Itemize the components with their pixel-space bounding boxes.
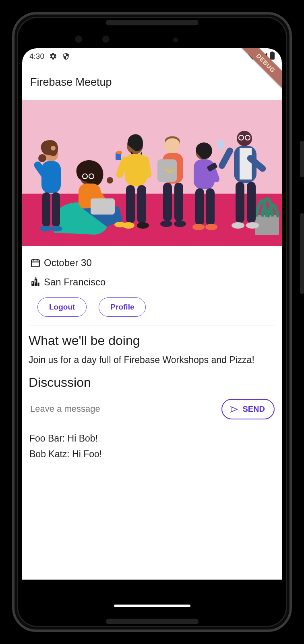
svg-rect-9 — [52, 192, 60, 227]
status-time: 4:30 — [29, 52, 44, 61]
svg-rect-25 — [116, 151, 122, 154]
svg-point-55 — [232, 222, 244, 229]
svg-point-4 — [38, 154, 46, 162]
volume-button — [300, 213, 304, 294]
messages-list: Foo Bar: Hi Bob! Bob Katz: Hi Foo! — [27, 423, 277, 470]
camera-icon — [100, 33, 112, 45]
about-heading: What we'll be doing — [27, 333, 277, 354]
message-compose-row: SEND — [27, 396, 277, 423]
screen: 4:30 DEBUG — [22, 48, 282, 580]
app-title: Firebase Meetup — [30, 76, 112, 89]
power-button — [300, 141, 304, 177]
send-button[interactable]: SEND — [221, 399, 275, 419]
svg-rect-49 — [240, 148, 252, 180]
gear-icon — [49, 52, 57, 60]
svg-rect-53 — [236, 182, 244, 223]
speaker-top — [106, 20, 199, 25]
message-item: Foo Bar: Hi Bob! — [29, 431, 275, 446]
event-location: San Francisco — [44, 277, 105, 288]
svg-rect-1 — [271, 52, 273, 53]
discussion-heading: Discussion — [27, 375, 277, 396]
event-location-row: San Francisco — [27, 272, 277, 292]
svg-rect-8 — [42, 192, 50, 227]
shield-icon — [62, 52, 70, 60]
svg-point-7 — [51, 146, 56, 151]
svg-rect-33 — [163, 183, 172, 221]
event-date: October 30 — [44, 257, 92, 268]
event-info: October 30 San Francisco Logout Profile … — [22, 246, 282, 470]
home-indicator[interactable] — [114, 605, 190, 607]
svg-rect-63 — [37, 283, 39, 286]
svg-point-17 — [107, 177, 113, 184]
svg-rect-18 — [91, 198, 115, 215]
calendar-icon — [27, 258, 44, 268]
profile-button[interactable]: Profile — [99, 297, 146, 317]
svg-point-44 — [205, 224, 217, 230]
svg-rect-57 — [31, 260, 39, 266]
svg-rect-34 — [174, 183, 183, 221]
divider — [29, 326, 275, 326]
send-label: SEND — [242, 405, 265, 414]
speaker-bottom — [106, 619, 199, 624]
event-date-row: October 30 — [27, 253, 277, 272]
svg-rect-65 — [32, 282, 33, 283]
hero-image — [22, 100, 282, 246]
svg-rect-69 — [35, 283, 36, 283]
svg-rect-68 — [35, 281, 36, 282]
svg-point-29 — [137, 222, 149, 229]
svg-point-56 — [246, 222, 259, 229]
svg-point-35 — [160, 221, 172, 227]
message-input[interactable] — [29, 398, 214, 420]
about-body: Join us for a day full of Firebase Works… — [27, 354, 277, 375]
city-icon — [27, 277, 44, 287]
svg-rect-27 — [137, 185, 146, 223]
app-bar: Firebase Meetup — [22, 64, 282, 100]
svg-rect-0 — [270, 52, 275, 60]
svg-rect-50 — [217, 147, 234, 170]
send-icon — [230, 405, 238, 414]
svg-rect-42 — [206, 188, 215, 225]
svg-rect-67 — [35, 280, 36, 281]
svg-point-10 — [40, 226, 51, 231]
svg-point-28 — [122, 222, 134, 229]
svg-rect-64 — [35, 277, 36, 279]
svg-rect-51 — [218, 140, 223, 149]
screen-footer — [22, 580, 282, 604]
people-illustration — [22, 100, 282, 246]
status-bar: 4:30 — [22, 48, 282, 64]
logout-button[interactable]: Logout — [37, 297, 87, 317]
svg-rect-66 — [32, 283, 33, 284]
svg-rect-41 — [195, 188, 204, 225]
device-frame: 4:30 DEBUG — [0, 0, 304, 644]
svg-rect-54 — [247, 182, 256, 223]
sensor-dot — [173, 37, 178, 42]
svg-rect-62 — [35, 279, 37, 286]
svg-rect-26 — [126, 185, 135, 223]
svg-point-43 — [192, 224, 205, 230]
camera-icon — [72, 33, 85, 45]
svg-point-36 — [174, 221, 186, 227]
message-item: Bob Katz: Hi Foo! — [29, 446, 275, 462]
svg-point-11 — [51, 226, 62, 231]
